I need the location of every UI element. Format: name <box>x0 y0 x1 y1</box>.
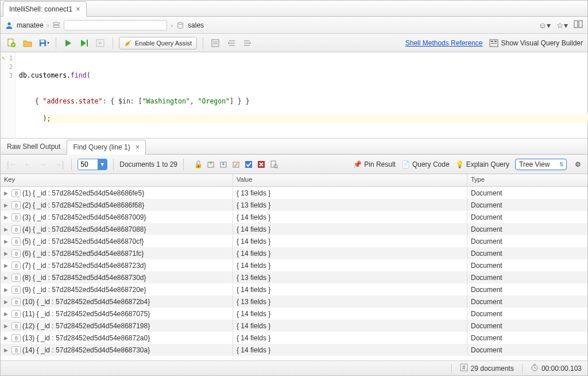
run-line-icon[interactable] <box>78 37 91 49</box>
folder-icon[interactable] <box>21 37 34 49</box>
expand-icon[interactable]: ▶ <box>4 214 10 220</box>
database-icon <box>176 21 184 29</box>
page-size-input[interactable] <box>78 159 98 170</box>
table-row[interactable]: ▶{·}(12) { _id : 57d28452ed5d4d54e868719… <box>1 320 587 332</box>
user-name[interactable]: manatee <box>17 21 44 29</box>
expand-icon[interactable]: ▶ <box>4 347 10 353</box>
smile-icon[interactable]: ☺▾ <box>539 21 551 30</box>
code-text: ] } } <box>230 97 250 105</box>
nav-next[interactable]: → <box>37 160 49 169</box>
import-icon[interactable] <box>218 159 229 170</box>
nav-first[interactable]: |← <box>5 160 19 169</box>
table-row[interactable]: ▶{·}(11) { _id : 57d28452ed5d4d54e868707… <box>1 308 587 320</box>
close-icon[interactable]: × <box>76 5 80 13</box>
editor[interactable]: 1 2 3 db.customers.find( { "address.stat… <box>1 52 587 139</box>
chevron-down-icon[interactable]: ▼ <box>98 159 107 170</box>
run-icon[interactable] <box>62 37 75 49</box>
row-key: (13) { _id : 57d28452ed5d4d54e86872a0} <box>22 334 150 342</box>
search-doc-icon[interactable] <box>269 159 279 170</box>
nav-last[interactable]: →| <box>52 160 66 169</box>
document-brace-icon: {·} <box>11 250 21 258</box>
expand-icon[interactable]: ▶ <box>4 287 10 293</box>
pin-result-button[interactable]: 📌 Pin Result <box>353 160 396 168</box>
breadcrumb-right: ☺▾ ☆▾ <box>539 20 583 30</box>
expand-icon[interactable]: ▶ <box>4 190 10 196</box>
tab-find-query[interactable]: Find Query (line 1) × <box>67 140 146 155</box>
expand-icon[interactable]: ▶ <box>4 299 10 305</box>
breadcrumb-field[interactable] <box>64 20 167 30</box>
col-type-header[interactable]: Type <box>467 174 587 186</box>
row-type: Document <box>471 286 502 294</box>
close-icon[interactable]: × <box>136 143 140 151</box>
delete-icon[interactable] <box>256 159 266 170</box>
table-row[interactable]: ▶{·}(5) { _id : 57d28452ed5d4d54e86870cf… <box>1 235 587 247</box>
save-icon[interactable]: ▾ <box>37 37 50 49</box>
view-mode-select[interactable]: Tree View ⇅ <box>515 159 567 170</box>
table-row[interactable]: ▶{·}(9) { _id : 57d28452ed5d4d54e868720e… <box>1 283 587 296</box>
indent-right-icon[interactable] <box>241 37 254 49</box>
code-area[interactable]: db.customers.find( { "address.state": { … <box>16 52 587 138</box>
expand-icon[interactable]: ▶ <box>4 239 10 244</box>
table-row[interactable]: ▶{·}(1) { _id : 57d28452ed5d4d54e8686fe5… <box>1 187 587 199</box>
row-value: { 14 fields } <box>237 262 270 270</box>
table-row[interactable]: ▶{·}(4) { _id : 57d28452ed5d4d54e8687088… <box>1 223 587 235</box>
tab-intellishell[interactable]: IntelliShell: connect1 × <box>3 1 87 17</box>
table-row[interactable]: ▶{·}(2) { _id : 57d28452ed5d4d54e8686f68… <box>1 199 587 211</box>
lock-icon[interactable]: 🔓 <box>193 159 203 170</box>
run-selection-icon[interactable] <box>94 37 107 49</box>
expand-icon[interactable]: ▶ <box>4 263 10 268</box>
row-key: (8) { _id : 57d28452ed5d4d54e868730d} <box>22 274 146 282</box>
table-row[interactable]: ▶{·}(7) { _id : 57d28452ed5d4d54e868723d… <box>1 259 587 271</box>
query-code-button[interactable]: 📄 Query Code <box>401 160 450 168</box>
code-prop: "address.state" <box>43 97 103 105</box>
table-row[interactable]: ▶{·}(6) { _id : 57d28452ed5d4d54e86871fc… <box>1 247 587 259</box>
col-value-header[interactable]: Value <box>233 174 467 186</box>
database-name[interactable]: sales <box>188 21 204 29</box>
result-toolbar: |← ← → →| ▼ Documents 1 to 29 🔓 <box>1 155 587 174</box>
row-value: { 14 fields } <box>237 237 270 245</box>
document-brace-icon: {·} <box>11 262 21 270</box>
page-size-select[interactable]: ▼ <box>78 159 107 170</box>
svg-point-3 <box>178 22 183 24</box>
export-icon[interactable] <box>206 159 216 170</box>
table-row[interactable]: ▶{·}(10) { _id : 57d28452ed5d4d54e86872b… <box>1 296 587 308</box>
gear-icon[interactable]: ⚙ <box>572 159 583 170</box>
result-tabs: Raw Shell Output Find Query (line 1) × <box>1 139 587 155</box>
col-key-header[interactable]: Key <box>1 174 233 186</box>
expand-icon[interactable]: ▶ <box>4 275 10 281</box>
expand-icon[interactable]: ▶ <box>4 202 10 208</box>
expand-icon[interactable]: ▶ <box>4 323 10 329</box>
table-row[interactable]: ▶{·}(3) { _id : 57d28452ed5d4d54e8687009… <box>1 211 587 223</box>
query-assist-label: Enable Query Assist <box>135 40 192 47</box>
row-type: Document <box>471 225 502 233</box>
doc-range: Documents 1 to 29 <box>119 160 177 168</box>
columns-icon[interactable] <box>574 20 583 30</box>
code-text: ( <box>87 71 91 79</box>
updown-icon[interactable]: ⇅ <box>559 162 564 167</box>
expand-icon[interactable]: ▶ <box>4 227 10 232</box>
row-type: Document <box>471 346 502 354</box>
shell-methods-link[interactable]: Shell Methods Reference <box>405 39 483 47</box>
check-icon[interactable] <box>243 159 254 170</box>
edit-icon[interactable] <box>231 159 241 170</box>
nav-prev[interactable]: ← <box>22 160 34 169</box>
row-type: Document <box>471 189 502 197</box>
format-icon-1[interactable] <box>209 37 222 49</box>
enable-query-assist-button[interactable]: Enable Query Assist <box>119 37 197 49</box>
row-key: (5) { _id : 57d28452ed5d4d54e86870cf} <box>22 237 144 245</box>
svg-rect-2 <box>53 25 60 28</box>
indent-left-icon[interactable] <box>225 37 238 49</box>
expand-icon[interactable]: ▶ <box>4 251 10 256</box>
tab-raw-output[interactable]: Raw Shell Output <box>1 139 67 154</box>
document-brace-icon: {·} <box>11 286 21 294</box>
table-row[interactable]: ▶{·}(13) { _id : 57d28452ed5d4d54e86872a… <box>1 332 587 344</box>
star-icon[interactable]: ☆▾ <box>556 21 568 30</box>
table-row[interactable]: ▶{·}(8) { _id : 57d28452ed5d4d54e868730d… <box>1 271 587 283</box>
explain-query-button[interactable]: 💡 Explain Query <box>455 160 509 168</box>
table-row[interactable]: ▶{·}(14) { _id : 57d28452ed5d4d54e868730… <box>1 344 587 356</box>
show-vqb-button[interactable]: Show Visual Query Builder <box>489 39 583 47</box>
new-doc-icon[interactable] <box>5 37 18 49</box>
expand-icon[interactable]: ▶ <box>4 335 10 341</box>
row-value: { 14 fields } <box>237 322 270 330</box>
expand-icon[interactable]: ▶ <box>4 311 10 317</box>
